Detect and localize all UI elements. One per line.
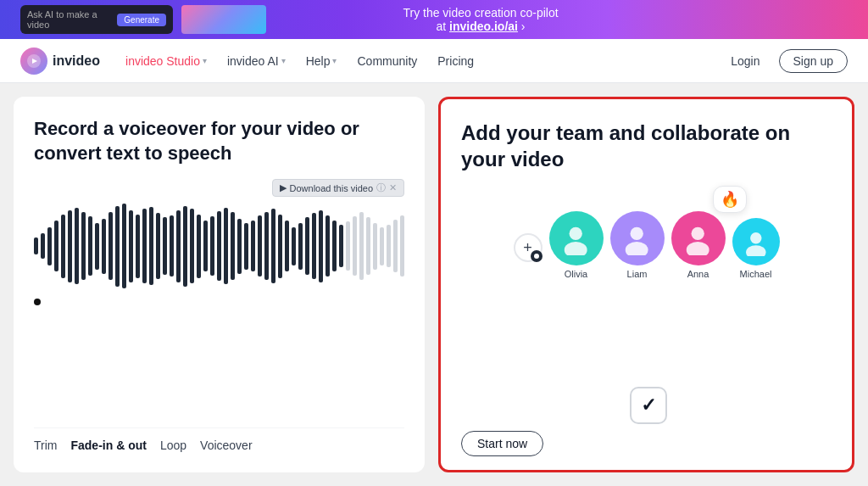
banner-preview: Ask AI to make a video Generate bbox=[20, 5, 266, 34]
download-play-icon: ▶ bbox=[280, 182, 287, 193]
liam-label: Liam bbox=[627, 269, 648, 279]
nav-item-community[interactable]: Community bbox=[348, 49, 426, 73]
top-banner: Ask AI to make a video Generate Try the … bbox=[0, 0, 868, 39]
download-close-icon: ✕ bbox=[389, 182, 397, 193]
add-badge bbox=[531, 250, 542, 262]
person-liam-icon bbox=[620, 222, 653, 254]
download-button[interactable]: ▶ Download this video ⓘ ✕ bbox=[272, 179, 404, 197]
main-content: Record a voiceover for your video or con… bbox=[0, 83, 868, 486]
fire-bubble: 🔥 bbox=[713, 186, 747, 213]
voiceover-title: Record a voiceover for your video or con… bbox=[34, 117, 404, 165]
nav-item-help[interactable]: Help ▾ bbox=[298, 49, 346, 73]
avatar-olivia: Olivia bbox=[549, 211, 604, 279]
svg-point-6 bbox=[692, 227, 704, 240]
fade-button[interactable]: Fade-in & out bbox=[70, 439, 146, 452]
studio-chevron-icon: ▾ bbox=[203, 56, 207, 65]
login-button[interactable]: Login bbox=[722, 49, 768, 73]
collaborate-title: Add your team and collaborate on your vi… bbox=[461, 120, 832, 172]
nav-item-ai[interactable]: invideo AI ▾ bbox=[219, 49, 294, 73]
nav-item-pricing[interactable]: Pricing bbox=[429, 49, 482, 73]
banner-ai-text: Ask AI to make a video bbox=[27, 9, 117, 30]
avatar-liam-img bbox=[610, 211, 665, 265]
nav-item-studio[interactable]: invideo Studio ▾ bbox=[117, 49, 215, 73]
avatar-anna-img bbox=[671, 211, 726, 265]
person-michael-icon bbox=[742, 228, 771, 257]
svg-point-9 bbox=[746, 245, 766, 256]
loop-button[interactable]: Loop bbox=[160, 439, 186, 452]
person-anna-icon bbox=[682, 222, 714, 254]
avatar-michael-img bbox=[732, 218, 780, 265]
ai-chevron-icon: ▾ bbox=[281, 56, 286, 65]
svg-point-2 bbox=[570, 227, 582, 240]
olivia-label: Olivia bbox=[565, 269, 588, 279]
banner-cta: Try the video creation co-pilot at invid… bbox=[403, 6, 558, 33]
left-panel: Record a voiceover for your video or con… bbox=[14, 97, 425, 472]
svg-point-4 bbox=[631, 227, 643, 240]
add-team-button[interactable]: + bbox=[514, 233, 542, 262]
person-olivia-icon bbox=[559, 222, 592, 254]
avatars-row: + Olivia bbox=[514, 211, 780, 279]
voiceover-button[interactable]: Voiceover bbox=[200, 439, 252, 452]
banner-cta-arrow: › bbox=[521, 20, 526, 33]
audio-toolbar: Trim Fade-in & out Loop Voiceover bbox=[34, 427, 404, 452]
avatar-anna: Anna bbox=[671, 211, 726, 279]
svg-point-7 bbox=[687, 242, 709, 254]
banner-preview-box: Ask AI to make a video Generate bbox=[20, 5, 173, 34]
trim-button[interactable]: Trim bbox=[34, 439, 57, 452]
avatar-olivia-img bbox=[549, 211, 604, 265]
team-area: 🔥 + bbox=[461, 186, 832, 450]
help-chevron-icon: ▾ bbox=[332, 56, 337, 65]
michael-label: Michael bbox=[740, 269, 772, 279]
download-bar: ▶ Download this video ⓘ ✕ bbox=[34, 179, 404, 197]
avatar-liam: Liam bbox=[610, 211, 665, 279]
logo[interactable]: invideo bbox=[20, 47, 100, 75]
nav-links: invideo Studio ▾ invideo AI ▾ Help ▾ Com… bbox=[117, 49, 722, 73]
banner-cta-link[interactable]: invideo.io/ai bbox=[449, 20, 518, 33]
svg-point-1 bbox=[534, 254, 539, 259]
svg-point-8 bbox=[750, 232, 761, 243]
playhead bbox=[34, 299, 41, 305]
nav-actions: Login Sign up bbox=[722, 49, 848, 73]
check-box: ✓ bbox=[630, 387, 667, 424]
download-info-icon: ⓘ bbox=[376, 182, 386, 194]
avatar-michael: Michael bbox=[732, 218, 780, 279]
svg-point-5 bbox=[626, 242, 648, 254]
right-panel: Add your team and collaborate on your vi… bbox=[438, 97, 854, 472]
camera-icon bbox=[533, 253, 540, 260]
banner-generate-button[interactable]: Generate bbox=[117, 14, 166, 26]
logo-text: invideo bbox=[53, 53, 100, 69]
logo-svg bbox=[26, 53, 42, 69]
check-mark: ✓ bbox=[641, 394, 656, 416]
navbar: invideo invideo Studio ▾ invideo AI ▾ He… bbox=[0, 39, 868, 83]
signup-button[interactable]: Sign up bbox=[779, 49, 848, 73]
start-now-button[interactable]: Start now bbox=[461, 431, 543, 456]
logo-icon bbox=[20, 47, 47, 75]
waveform bbox=[34, 204, 404, 288]
anna-label: Anna bbox=[687, 269, 709, 279]
fire-emoji: 🔥 bbox=[721, 191, 739, 208]
banner-cta-text: Try the video creation co-pilot bbox=[403, 6, 558, 20]
svg-point-3 bbox=[565, 242, 587, 254]
banner-preview-image bbox=[181, 5, 266, 34]
